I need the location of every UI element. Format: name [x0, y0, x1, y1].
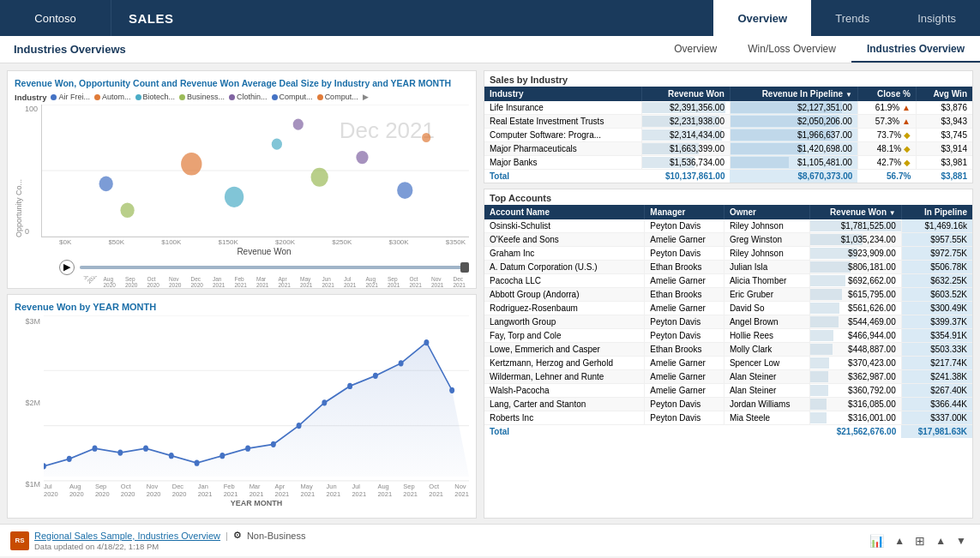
subnav-winloss[interactable]: Win/Loss Overview [732, 36, 851, 63]
chart-icon-button[interactable]: 📊 [866, 532, 887, 549]
chevron-up-button-2[interactable]: ▲ [932, 533, 949, 549]
legend-more: ▶ [363, 93, 369, 101]
industry-table-row[interactable]: Life Insurance $2,391,356.00 $2,127,351.… [484, 101, 972, 115]
footer-link[interactable]: Regional Sales Sample, Industries Overvi… [34, 531, 220, 541]
nav-item-trends[interactable]: Trends [811, 0, 893, 36]
line-y-axis: $3M $2M $1M [15, 315, 40, 507]
col-rev-won[interactable]: Revenue Won [642, 87, 730, 101]
timeline-track[interactable] [80, 266, 469, 269]
line-x-labels: Jul2020 Aug2020 Sep2020 Oct2020 Nov2020 … [44, 483, 469, 498]
account-table-row[interactable]: Roberts Inc Peyton Davis Mia Steele $316… [484, 411, 972, 425]
nonbusiness-icon: ⚙ [233, 530, 242, 541]
legend-item-4: Business... [179, 93, 225, 101]
header: Contoso SALES Overview Trends Insights I… [0, 0, 980, 63]
line-chart-content: $3M $2M $1M [15, 315, 469, 507]
line-x-title: YEAR MONTH [44, 499, 469, 507]
accounts-total-row: Total $21,562,676.00 $17,981.63K [484, 425, 972, 439]
sales-title: SALES [129, 11, 174, 26]
col-in-pipeline[interactable]: In Pipeline [901, 205, 972, 219]
svg-point-7 [356, 151, 368, 164]
grid-icon-button[interactable]: ⊞ [911, 532, 929, 549]
account-table-row[interactable]: Langworth Group Peyton Davis Angel Brown… [484, 315, 972, 329]
svg-point-26 [271, 441, 276, 447]
account-table-row[interactable]: Kertzmann, Herzog and Gerhold Amelie Gar… [484, 357, 972, 370]
industry-table-row[interactable]: Real Estate Investment Trusts $2,231,938… [484, 115, 972, 129]
col-close-pct[interactable]: Close % [857, 87, 916, 101]
legend-item-3: Biotech... [135, 93, 176, 101]
svg-point-31 [399, 360, 404, 366]
col-manager[interactable]: Manager [645, 205, 724, 219]
scatter-chart-box: Revenue Won, Opportunity Count and Reven… [7, 70, 477, 289]
svg-point-28 [322, 399, 327, 405]
account-table-row[interactable]: Lang, Carter and Stanton Peyton Davis Jo… [484, 398, 972, 411]
industry-table-row[interactable]: Computer Software: Progra... $2,314,434.… [484, 129, 972, 142]
account-table-row[interactable]: Fay, Torp and Cole Peyton Davis Hollie R… [484, 329, 972, 343]
sales-by-industry-title: Sales by Industry [484, 71, 972, 87]
account-table-row[interactable]: Rodriguez-Rosenbaum Amelie Garner David … [484, 302, 972, 315]
scatter-x-label: Revenue Won [59, 247, 469, 256]
nav-item-overview[interactable]: Overview [713, 0, 811, 36]
svg-point-9 [422, 133, 430, 142]
account-table-row[interactable]: A. Datum Corporation (U.S.) Ethan Brooks… [484, 261, 972, 274]
chevron-down-button[interactable]: ▼ [953, 533, 970, 549]
account-table-row[interactable]: Lowe, Emmerich and Casper Ethan Brooks M… [484, 343, 972, 357]
svg-point-4 [181, 153, 201, 175]
account-table-row[interactable]: O'Keefe and Sons Amelie Garner Greg Wins… [484, 233, 972, 247]
scatter-plot-wrapper: Opportunity Co... 100 0 Dec 2021 [15, 105, 469, 237]
svg-point-12 [293, 118, 304, 129]
accounts-table-wrapper[interactable]: Account Name Manager Owner Revenue Won ▼ [484, 205, 972, 518]
left-panel: Revenue Won, Opportunity Count and Reven… [0, 63, 480, 524]
footer-icon: RS [10, 531, 29, 550]
col-owner[interactable]: Owner [724, 205, 809, 219]
play-button[interactable]: ▶ [59, 260, 75, 275]
timeline-ticks: Jul2020 Aug2020 Sep2020 Oct2020 Nov2020 … [81, 276, 466, 288]
svg-point-24 [219, 453, 225, 459]
account-table-row[interactable]: Graham Inc Peyton Davis Riley Johnson $9… [484, 247, 972, 261]
account-table-row[interactable]: Pacocha LLC Amelie Garner Alicia Thomber… [484, 274, 972, 288]
account-table-row[interactable]: Abbott Group (Andorra) Ethan Brooks Eric… [484, 288, 972, 302]
nav-item-insights[interactable]: Insights [893, 0, 980, 36]
col-avg-win[interactable]: Avg Win [916, 87, 972, 101]
header-nav: Overview Trends Insights [713, 0, 980, 36]
account-table-row[interactable]: Wilderman, Lehner and Runte Amelie Garne… [484, 370, 972, 384]
svg-point-10 [225, 186, 243, 207]
svg-point-25 [245, 446, 250, 452]
svg-point-18 [67, 456, 72, 462]
subnav-industries[interactable]: Industries Overview [851, 36, 980, 63]
svg-point-19 [93, 446, 98, 452]
svg-point-8 [397, 182, 412, 199]
right-panel: Sales by Industry Industry Revenue Won R… [480, 63, 980, 524]
svg-point-11 [120, 202, 134, 218]
line-chart-area: Jul2020 Aug2020 Sep2020 Oct2020 Nov2020 … [44, 315, 469, 507]
svg-point-22 [169, 453, 174, 459]
footer: RS Regional Sales Sample, Industries Ove… [0, 524, 980, 556]
legend-item-2: Autom... [94, 93, 131, 101]
svg-point-3 [99, 176, 113, 191]
col-account-name[interactable]: Account Name [484, 205, 645, 219]
col-acct-rev-won[interactable]: Revenue Won ▼ [809, 205, 901, 219]
svg-point-21 [143, 446, 148, 452]
col-pipeline[interactable]: Revenue In Pipeline ▼ [730, 87, 857, 101]
y-axis-label: Opportunity Co... [15, 105, 23, 237]
legend-item-6: Comput... [272, 93, 313, 101]
subnav: Overview Win/Loss Overview Industries Ov… [658, 36, 980, 63]
sales-by-industry-box: Sales by Industry Industry Revenue Won R… [484, 70, 973, 183]
scatter-chart-title: Revenue Won, Opportunity Count and Reven… [15, 78, 469, 90]
account-table-row[interactable]: Osinski-Schulist Peyton Davis Riley John… [484, 219, 972, 233]
footer-right: 📊 ▲ ⊞ ▲ ▼ [866, 532, 970, 549]
scatter-x-axis: $0K $50K $100K $150K $200K $250K $300K $… [59, 238, 466, 246]
col-industry[interactable]: Industry [484, 87, 642, 101]
footer-separator: | [225, 531, 228, 541]
industry-table-row[interactable]: Major Pharmaceuticals $1,663,399.00 $1,4… [484, 142, 972, 156]
timeline-area: ▶ [59, 260, 469, 275]
line-chart-title: Revenue Won by YEAR MONTH [15, 302, 469, 312]
account-table-row[interactable]: Walsh-Pacocha Amelie Garner Alan Steiner… [484, 384, 972, 398]
main-content: Revenue Won, Opportunity Count and Reven… [0, 63, 980, 524]
industry-total-row: Total $10,137,861.00 $8,670,373.00 56.7%… [484, 170, 972, 183]
svg-point-27 [297, 423, 302, 429]
industry-table-row[interactable]: Major Banks $1,536,734.00 $1,105,481.00 … [484, 156, 972, 170]
line-chart-box: Revenue Won by YEAR MONTH $3M $2M $1M [7, 294, 477, 519]
chevron-up-button[interactable]: ▲ [891, 533, 908, 549]
subnav-overview[interactable]: Overview [658, 36, 732, 63]
svg-point-30 [373, 373, 378, 379]
